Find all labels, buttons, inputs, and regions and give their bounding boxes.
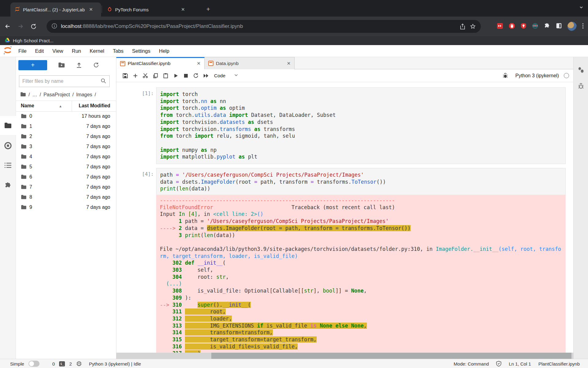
menu-tabs[interactable]: Tabs xyxy=(108,48,128,54)
cursor-position[interactable]: Ln 1, Col 1 xyxy=(509,361,531,366)
profile-avatar[interactable] xyxy=(567,22,577,31)
upload-icon[interactable] xyxy=(76,62,82,68)
breadcrumb-item-pasaproject[interactable]: PasaProject xyxy=(43,92,70,98)
interrupt-kernel-button[interactable] xyxy=(181,71,191,80)
sidebar-tab-running-kernels[interactable] xyxy=(0,136,16,155)
menu-items: FileEditViewRunKernelTabsSettingsHelp xyxy=(14,48,174,54)
adblock-hand-extension-icon[interactable] xyxy=(509,23,515,30)
shield-extension-icon[interactable] xyxy=(521,23,526,30)
bookmark-item[interactable]: High School Pract... xyxy=(13,38,54,43)
file-row-8[interactable]: 87 days ago xyxy=(16,193,116,203)
dock-tab-plantclassifier[interactable]: PlantClassifier.ipynb ✕ xyxy=(116,57,205,69)
status-bar: Simple 0 $_ 2 Python 3 (ipykernel) | Idl… xyxy=(0,359,588,368)
trust-shield-icon[interactable] xyxy=(496,361,501,366)
breadcrumb-item-images[interactable]: Images xyxy=(76,92,92,98)
restart-kernel-button[interactable] xyxy=(191,71,201,80)
menu-file[interactable]: File xyxy=(14,48,31,54)
add-cell-button[interactable] xyxy=(130,71,140,80)
scrollbar-thumb[interactable] xyxy=(211,353,571,359)
new-folder-icon[interactable] xyxy=(58,62,65,68)
close-icon[interactable]: ✕ xyxy=(287,61,291,66)
side-panel-icon[interactable] xyxy=(556,23,562,30)
forward-button[interactable] xyxy=(15,21,26,32)
back-button[interactable] xyxy=(2,21,13,32)
simple-mode-toggle[interactable] xyxy=(28,361,40,367)
kernel-name[interactable]: Python 3 (ipykernel) xyxy=(515,73,559,79)
close-tab-icon[interactable]: ✕ xyxy=(181,7,185,12)
menu-view[interactable]: View xyxy=(48,48,67,54)
file-row-0[interactable]: 017 hours ago xyxy=(16,112,116,122)
file-modified: 7 days ago xyxy=(86,164,110,170)
browser-tab-jupyterlab[interactable]: PlantClassif... (2) - JupyterLab ✕ xyxy=(10,2,101,17)
folder-icon xyxy=(21,154,27,160)
extensions-puzzle-icon[interactable] xyxy=(544,23,550,30)
file-row-4[interactable]: 47 days ago xyxy=(16,152,116,162)
column-header-modified[interactable]: Last Modified xyxy=(79,103,110,109)
command-mode-indicator[interactable]: Mode: Command xyxy=(454,361,489,366)
sidebar-tab-table-of-contents[interactable] xyxy=(0,156,16,175)
column-header-name[interactable]: Name xyxy=(21,103,34,109)
kernel-idle-icon[interactable] xyxy=(564,73,569,78)
folder-icon xyxy=(21,124,27,130)
paste-cells-button[interactable] xyxy=(160,71,171,80)
file-row-6[interactable]: 67 days ago xyxy=(16,172,116,182)
file-row-3[interactable]: 37 days ago xyxy=(16,142,116,152)
file-row-7[interactable]: 77 days ago xyxy=(16,182,116,193)
menu-run[interactable]: Run xyxy=(68,48,85,54)
toggle-knob xyxy=(29,361,34,366)
cut-cells-button[interactable] xyxy=(140,71,150,80)
debugger-sidebar-bug-icon[interactable] xyxy=(574,78,588,94)
terminals-count: 0 xyxy=(52,361,55,366)
code-cell-load-data[interactable]: path = '/Users/caseyferguson/CompSci Pro… xyxy=(156,168,566,196)
code-cell-imports[interactable]: import torchimport torch.nn as nnimport … xyxy=(156,87,566,164)
debugger-bug-icon[interactable] xyxy=(500,71,511,80)
sidebar-tab-file-browser[interactable] xyxy=(0,116,16,135)
file-name: 5 xyxy=(29,164,32,170)
breadcrumb-ellipsis[interactable]: … xyxy=(32,92,37,98)
save-button[interactable] xyxy=(120,71,130,80)
code-line: 304 root: str, xyxy=(160,274,562,281)
skip-extension-icon[interactable] xyxy=(497,23,503,30)
browser-menu-dots-icon[interactable] xyxy=(582,23,584,30)
new-launcher-button[interactable]: + xyxy=(18,60,47,70)
refresh-icon[interactable] xyxy=(93,62,99,68)
share-icon[interactable] xyxy=(460,23,466,30)
bookmark-star-icon[interactable] xyxy=(470,23,476,29)
copy-cells-button[interactable] xyxy=(150,71,160,80)
cell-type-chevron-down-icon[interactable] xyxy=(234,73,238,79)
menu-settings[interactable]: Settings xyxy=(128,48,155,54)
run-cell-button[interactable] xyxy=(171,71,181,80)
file-row-5[interactable]: 57 days ago xyxy=(16,162,116,172)
dock-tab-data[interactable]: Data.ipynb ✕ xyxy=(205,57,295,69)
tab-strip-chevron-down-icon[interactable] xyxy=(579,5,584,11)
menu-help[interactable]: Help xyxy=(155,48,174,54)
code-line: 315 target_transform=target_transform, xyxy=(160,336,562,343)
new-tab-button[interactable]: + xyxy=(204,5,213,13)
code-line: from torch import relu, sigmoid, tanh, s… xyxy=(160,132,562,140)
home-folder-icon[interactable] xyxy=(20,92,26,98)
browser-tab-pytorch[interactable]: PyTorch Forums ✕ xyxy=(103,2,197,17)
file-filter-input[interactable] xyxy=(22,79,100,84)
file-row-2[interactable]: 27 days ago xyxy=(16,132,116,142)
reload-button[interactable] xyxy=(28,21,39,32)
menu-kernel[interactable]: Kernel xyxy=(85,48,109,54)
error-traceback-output[interactable]: ----------------------------------------… xyxy=(156,195,566,353)
close-icon[interactable]: ✕ xyxy=(197,61,201,66)
site-info-icon[interactable] xyxy=(51,23,57,30)
left-activity-bar xyxy=(0,57,16,359)
file-row-9[interactable]: 97 days ago xyxy=(16,203,116,213)
spy-face-extension-icon[interactable] xyxy=(532,23,538,30)
address-bar[interactable]: localhost:8888/lab/tree/CompSci%20Projec… xyxy=(47,20,481,33)
menu-edit[interactable]: Edit xyxy=(31,48,48,54)
file-row-1[interactable]: 17 days ago xyxy=(16,122,116,132)
sidebar-tab-extension-manager[interactable] xyxy=(0,176,16,195)
jupyterlab-menubar: FileEditViewRunKernelTabsSettingsHelp xyxy=(0,45,588,57)
close-tab-icon[interactable]: ✕ xyxy=(89,7,93,12)
kernel-status-text[interactable]: Python 3 (ipykernel) | Idle xyxy=(89,361,141,366)
restart-run-all-button[interactable] xyxy=(201,71,211,80)
property-inspector-gear-icon[interactable] xyxy=(574,61,588,78)
horizontal-scrollbar[interactable] xyxy=(116,353,573,359)
cell-type-dropdown[interactable]: Code xyxy=(214,73,225,79)
file-list: 017 hours ago17 days ago27 days ago37 da… xyxy=(16,112,116,213)
code-line: from torch.utils.data import Dataset, Da… xyxy=(160,112,562,119)
